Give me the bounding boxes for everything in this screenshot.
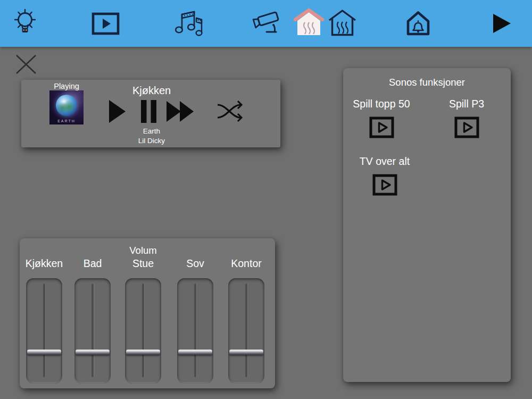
topbar-play-button[interactable] bbox=[493, 13, 512, 34]
volume-slider-thumb[interactable] bbox=[27, 350, 61, 355]
playing-status-label: Playing bbox=[37, 82, 96, 90]
volume-slider-kontor: Kontor bbox=[220, 257, 273, 384]
topbar-video-button[interactable] bbox=[92, 12, 120, 35]
shuffle-icon bbox=[217, 99, 244, 123]
volume-panel: Volum Kjøkken Bad Stue Sov bbox=[20, 238, 275, 388]
play-box-icon bbox=[372, 174, 397, 196]
sonos-action-spill-topp-50: Spill topp 50 bbox=[344, 98, 419, 140]
house-heating-icon bbox=[327, 7, 358, 39]
lightbulb-icon bbox=[12, 8, 38, 39]
volume-panel-title: Volum bbox=[117, 245, 170, 256]
sonos-panel: Sonos funksjoner Spill topp 50 Spill P3 … bbox=[343, 68, 511, 382]
volume-slider-thumb[interactable] bbox=[229, 350, 263, 355]
sonos-action-tv-over-alt: TV over alt bbox=[347, 155, 422, 198]
sonos-panel-title: Sonos funksjoner bbox=[343, 77, 511, 88]
slider-label: Kontor bbox=[220, 257, 273, 272]
sonos-action-label: Spill P3 bbox=[429, 98, 504, 110]
volume-slider-thumb[interactable] bbox=[76, 350, 110, 355]
volume-slider-bad: Bad bbox=[66, 257, 119, 384]
volume-slider-track[interactable] bbox=[177, 278, 213, 384]
fast-forward-button[interactable] bbox=[166, 101, 194, 122]
close-icon bbox=[15, 54, 37, 74]
earth-globe-art bbox=[56, 95, 77, 116]
volume-slider-kjokken: Kjøkken bbox=[18, 257, 71, 384]
zone-title: Kjøkken bbox=[101, 85, 202, 97]
sonos-play-topp-50-button[interactable] bbox=[369, 117, 394, 138]
play-icon bbox=[109, 99, 126, 123]
slider-label: Bad bbox=[66, 257, 119, 272]
topbar-music-button[interactable] bbox=[171, 7, 206, 40]
topbar-heating-1-button[interactable] bbox=[293, 7, 325, 39]
fast-forward-icon bbox=[166, 101, 194, 122]
slider-groove bbox=[92, 284, 94, 377]
slider-label: Kjøkken bbox=[18, 257, 71, 272]
shuffle-button[interactable] bbox=[217, 99, 244, 123]
play-box-icon bbox=[369, 117, 394, 138]
play-button[interactable] bbox=[109, 99, 126, 123]
topbar-lights-button[interactable] bbox=[12, 8, 38, 39]
slider-groove bbox=[43, 284, 45, 377]
now-playing-card: Playing EARTH Kjøkken bbox=[21, 80, 280, 147]
slider-groove bbox=[142, 284, 144, 377]
volume-slider-stue: Stue bbox=[117, 257, 170, 384]
slider-groove bbox=[245, 284, 247, 377]
slider-label: Sov bbox=[169, 257, 222, 272]
smart-home-dashboard: Playing EARTH Kjøkken bbox=[0, 0, 532, 399]
play-box-icon bbox=[454, 117, 479, 138]
sonos-play-p3-button[interactable] bbox=[454, 117, 479, 138]
volume-slider-thumb[interactable] bbox=[126, 350, 160, 355]
close-button[interactable] bbox=[15, 54, 37, 74]
volume-slider-sov: Sov bbox=[169, 257, 222, 384]
sonos-play-tv-button[interactable] bbox=[372, 174, 397, 196]
sonos-action-label: Spill topp 50 bbox=[344, 98, 419, 110]
track-name: Earth bbox=[101, 127, 202, 135]
volume-slider-track[interactable] bbox=[74, 278, 111, 384]
house-alarm-icon bbox=[404, 9, 433, 38]
house-heating-active-icon bbox=[293, 7, 325, 39]
topbar-alarm-button[interactable] bbox=[404, 9, 433, 38]
cctv-camera-icon bbox=[252, 11, 284, 36]
album-art: EARTH bbox=[49, 90, 84, 124]
topbar-heating-2-button[interactable] bbox=[327, 7, 358, 39]
music-notes-icon bbox=[171, 7, 206, 40]
album-art-caption: EARTH bbox=[49, 119, 84, 123]
topbar bbox=[0, 0, 532, 47]
volume-slider-track[interactable] bbox=[125, 278, 161, 384]
sonos-action-label: TV over alt bbox=[347, 155, 422, 168]
pause-icon bbox=[140, 100, 157, 123]
artist-name: Lil Dicky bbox=[101, 137, 202, 145]
topbar-camera-button[interactable] bbox=[252, 11, 284, 36]
slider-label: Stue bbox=[117, 257, 170, 272]
slider-groove bbox=[194, 284, 196, 377]
volume-slider-track[interactable] bbox=[26, 278, 62, 384]
sonos-action-spill-p3: Spill P3 bbox=[429, 98, 504, 140]
video-play-icon bbox=[92, 12, 120, 35]
play-arrow-icon bbox=[493, 13, 512, 34]
volume-slider-thumb[interactable] bbox=[178, 350, 212, 355]
volume-slider-track[interactable] bbox=[228, 278, 264, 384]
pause-button[interactable] bbox=[140, 100, 157, 123]
